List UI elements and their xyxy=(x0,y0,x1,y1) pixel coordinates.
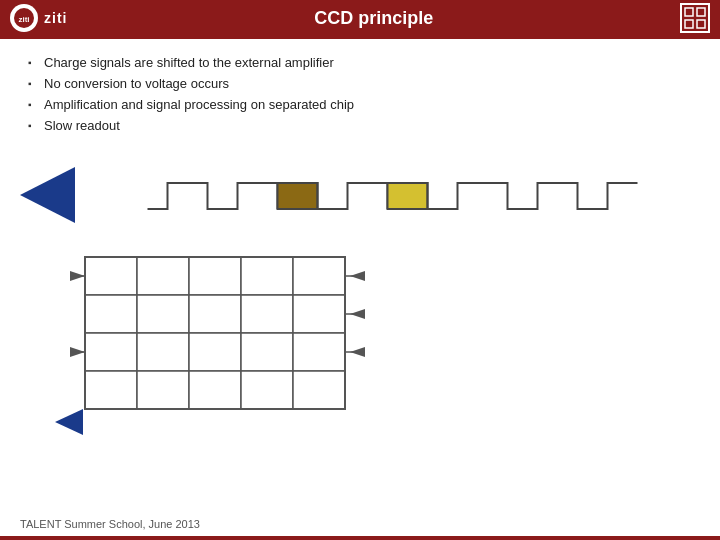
svg-rect-18 xyxy=(85,295,137,333)
svg-rect-29 xyxy=(293,333,345,371)
svg-rect-22 xyxy=(293,295,345,333)
bullet-dot-1: ▪ xyxy=(28,57,44,68)
bullet-dot-2: ▪ xyxy=(28,78,44,89)
svg-rect-36 xyxy=(293,371,345,409)
bullet-dot-4: ▪ xyxy=(28,120,44,131)
svg-rect-34 xyxy=(189,371,241,409)
waveform-svg xyxy=(85,169,700,225)
diagram-area xyxy=(0,147,720,457)
bullet-text-1: Charge signals are shifted to the extern… xyxy=(44,55,334,70)
page-title: CCD principle xyxy=(67,8,680,29)
svg-marker-6 xyxy=(20,167,75,223)
header-bar: ziti ziti CCD principle xyxy=(0,0,720,36)
grid-row-3 xyxy=(85,333,365,371)
svg-rect-13 xyxy=(189,257,241,295)
svg-rect-27 xyxy=(189,333,241,371)
bullet-text-2: No conversion to voltage occurs xyxy=(44,76,229,91)
blue-arrow-left xyxy=(20,167,75,227)
svg-rect-33 xyxy=(137,371,189,409)
svg-rect-4 xyxy=(685,20,693,28)
ccd-grid-svg xyxy=(55,247,415,437)
grid-row-2 xyxy=(85,295,365,333)
svg-rect-11 xyxy=(85,257,137,295)
svg-rect-32 xyxy=(85,371,137,409)
svg-rect-8 xyxy=(388,183,428,209)
svg-rect-26 xyxy=(137,333,189,371)
svg-rect-2 xyxy=(685,8,693,16)
svg-rect-20 xyxy=(189,295,241,333)
svg-text:ziti: ziti xyxy=(18,15,29,24)
bullet-item-1: ▪ Charge signals are shifted to the exte… xyxy=(28,55,692,70)
svg-rect-12 xyxy=(137,257,189,295)
logo-circle: ziti xyxy=(10,4,38,32)
svg-marker-42 xyxy=(55,409,83,435)
svg-rect-25 xyxy=(85,333,137,371)
svg-rect-3 xyxy=(697,8,705,16)
header-icon xyxy=(680,3,710,33)
footer: TALENT Summer School, June 2013 xyxy=(20,518,200,530)
svg-rect-7 xyxy=(278,183,318,209)
logo-text: ziti xyxy=(44,10,67,26)
footer-text: TALENT Summer School, June 2013 xyxy=(20,518,200,530)
ccd-array xyxy=(55,247,415,441)
bullet-item-4: ▪ Slow readout xyxy=(28,118,692,133)
waveform-row xyxy=(20,167,700,227)
bullet-list: ▪ Charge signals are shifted to the exte… xyxy=(0,39,720,147)
grid-row-4 xyxy=(85,371,345,409)
bottom-bar xyxy=(0,536,720,540)
bullet-text-4: Slow readout xyxy=(44,118,120,133)
svg-rect-21 xyxy=(241,295,293,333)
bullet-item-3: ▪ Amplification and signal processing on… xyxy=(28,97,692,112)
svg-rect-35 xyxy=(241,371,293,409)
svg-rect-19 xyxy=(137,295,189,333)
svg-rect-28 xyxy=(241,333,293,371)
bullet-item-2: ▪ No conversion to voltage occurs xyxy=(28,76,692,91)
bullet-dot-3: ▪ xyxy=(28,99,44,110)
grid-row-1 xyxy=(85,257,365,295)
logo-area: ziti ziti xyxy=(10,4,67,32)
svg-rect-5 xyxy=(697,20,705,28)
svg-rect-14 xyxy=(241,257,293,295)
bullet-text-3: Amplification and signal processing on s… xyxy=(44,97,354,112)
svg-rect-15 xyxy=(293,257,345,295)
